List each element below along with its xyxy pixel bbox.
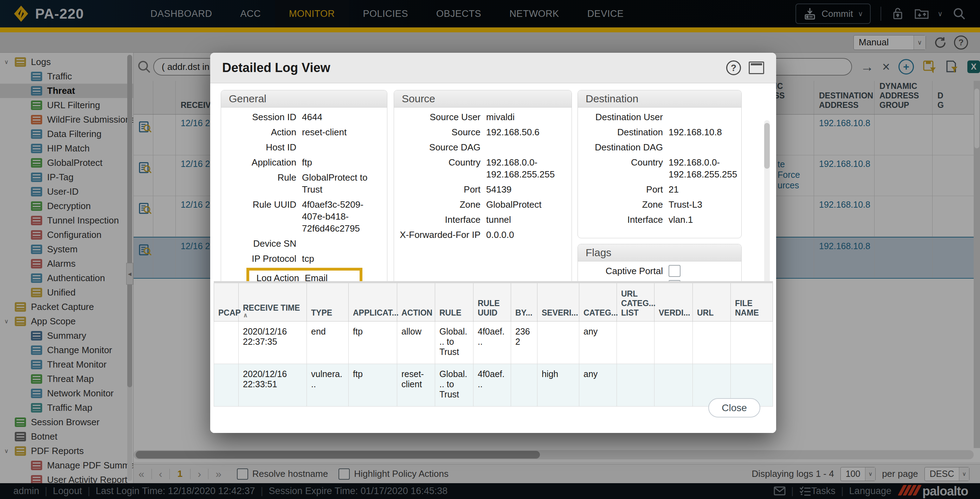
related-logs-section: PCAP RECEIVE TIME∧ TYPE APPLICAT... ACTI… bbox=[210, 281, 776, 433]
general-panel-title: General bbox=[221, 90, 387, 108]
col-url-category-list[interactable]: URL CATEG... LIST bbox=[617, 282, 654, 321]
field-value: 0.0.0.0 bbox=[486, 229, 566, 241]
source-field-row: Interface tunnel bbox=[400, 214, 566, 226]
flag-label: Captive Portal bbox=[584, 265, 663, 277]
field-label: Zone bbox=[400, 199, 480, 210]
field-label: Device SN bbox=[227, 238, 296, 249]
general-field-row: Session ID 4644 bbox=[227, 111, 381, 123]
modal-help-icon[interactable]: ? bbox=[726, 60, 741, 75]
source-field-row: X-Forwarded-For IP 0.0.0.0 bbox=[400, 229, 566, 241]
field-label: Application bbox=[227, 156, 296, 168]
general-field-row: Action reset-client bbox=[227, 126, 381, 138]
source-field-row: Port 54139 bbox=[400, 183, 566, 195]
field-label: X-Forwarded-For IP bbox=[400, 229, 480, 241]
field-value: tunnel bbox=[486, 214, 566, 226]
flag-checkbox[interactable] bbox=[668, 265, 681, 277]
field-value: 192.168.0.0-192.168.255.255 bbox=[486, 156, 566, 180]
field-label: Country bbox=[400, 156, 480, 180]
destination-field-row: Destination DAG bbox=[584, 141, 736, 153]
field-value bbox=[668, 141, 736, 153]
field-label: IP Protocol bbox=[227, 253, 296, 265]
field-label: Source bbox=[400, 126, 480, 138]
field-label: Host ID bbox=[227, 141, 296, 153]
modal-header: Detailed Log View ? bbox=[210, 53, 776, 83]
field-value: tcp bbox=[302, 253, 381, 265]
general-field-row: Rule GlobalProtect to Trust bbox=[227, 172, 381, 195]
field-value: 4f0aef3c-5209-407e-b418-72f6d46c2795 bbox=[302, 199, 381, 234]
field-label: Source DAG bbox=[400, 141, 480, 153]
general-field-row: Application ftp bbox=[227, 156, 381, 168]
pa-220-web-ui: PA-220 DASHBOARD ACC MONITOR POLICIES OB… bbox=[0, 0, 980, 499]
field-label: Country bbox=[584, 156, 663, 180]
field-value: mivaldi bbox=[486, 111, 566, 123]
field-value bbox=[302, 141, 381, 153]
col-application[interactable]: APPLICAT... bbox=[349, 282, 397, 321]
field-value: 54139 bbox=[486, 183, 566, 195]
close-button[interactable]: Close bbox=[708, 398, 760, 418]
flags-panel-title: Flags bbox=[578, 244, 741, 261]
destination-field-row: Port 21 bbox=[584, 183, 736, 195]
field-label: Log Action bbox=[253, 272, 299, 281]
destination-field-row: Destination 192.168.10.8 bbox=[584, 126, 736, 138]
sort-asc-icon: ∧ bbox=[243, 313, 302, 318]
destination-field-row: Zone Trust-L3 bbox=[584, 199, 736, 210]
field-label: Destination User bbox=[584, 111, 663, 123]
field-label: Session ID bbox=[227, 111, 296, 123]
field-value: ftp bbox=[302, 156, 381, 168]
related-logs-table: PCAP RECEIVE TIME∧ TYPE APPLICAT... ACTI… bbox=[214, 281, 773, 407]
field-value bbox=[302, 238, 381, 249]
source-field-row: Source 192.168.50.6 bbox=[400, 126, 566, 138]
general-panel: General Session ID 4644 Action bbox=[221, 90, 387, 281]
col-verdict[interactable]: VERDI... bbox=[654, 282, 693, 321]
related-logs-header-row: PCAP RECEIVE TIME∧ TYPE APPLICAT... ACTI… bbox=[214, 282, 773, 321]
source-field-row: Zone GlobalProtect bbox=[400, 199, 566, 210]
related-log-row[interactable]: 2020/12/16 22:37:35 endftp allowGlobal..… bbox=[214, 321, 773, 364]
col-bytes[interactable]: BY... bbox=[511, 282, 538, 321]
field-label: Destination bbox=[584, 126, 663, 138]
general-field-row: IP Protocol tcp bbox=[227, 253, 381, 265]
col-severity[interactable]: SEVERI... bbox=[538, 282, 579, 321]
source-field-row: Country 192.168.0.0-192.168.255.255 bbox=[400, 156, 566, 180]
modal-title: Detailed Log View bbox=[222, 60, 330, 75]
col-type[interactable]: TYPE bbox=[307, 282, 349, 321]
field-label: Port bbox=[584, 183, 663, 195]
destination-field-row: Interface vlan.1 bbox=[584, 214, 736, 226]
scrollbar-thumb[interactable] bbox=[764, 123, 770, 168]
source-field-row: Source DAG bbox=[400, 141, 566, 153]
destination-field-row: Destination User bbox=[584, 111, 736, 123]
field-value: GlobalProtect bbox=[486, 199, 566, 210]
col-rule[interactable]: RULE bbox=[435, 282, 474, 321]
col-rule-uuid[interactable]: RULE UUID bbox=[474, 282, 511, 321]
field-label: Zone bbox=[584, 199, 663, 210]
destination-field-row: Country 192.168.0.0-192.168.255.255 bbox=[584, 156, 736, 180]
col-url[interactable]: URL bbox=[693, 282, 731, 321]
field-label: Action bbox=[227, 126, 296, 138]
field-label: Destination DAG bbox=[584, 141, 663, 153]
modal-body: General Session ID 4644 Action bbox=[210, 83, 776, 281]
col-receive-time[interactable]: RECEIVE TIME∧ bbox=[239, 282, 307, 321]
modal-scrollbar[interactable] bbox=[764, 120, 770, 281]
field-value bbox=[486, 141, 566, 153]
field-value: reset-client bbox=[302, 126, 381, 138]
source-panel: Source Source User mivaldi Source 192.16… bbox=[394, 90, 572, 281]
field-value: 192.168.0.0-192.168.255.255 bbox=[668, 156, 737, 180]
flag-row: Captive Portal bbox=[584, 265, 736, 277]
col-category[interactable]: CATEG... bbox=[579, 282, 617, 321]
general-field-row: Log Action Email Forwarding bbox=[253, 272, 356, 281]
general-field-row: Host ID bbox=[227, 141, 381, 153]
col-action[interactable]: ACTION bbox=[397, 282, 435, 321]
detailed-log-view-modal: Detailed Log View ? General Session ID 4… bbox=[210, 53, 776, 433]
flags-panel: Flags Captive Portal Proxy Transaction bbox=[578, 244, 742, 281]
modal-maximize-icon[interactable] bbox=[749, 62, 764, 74]
field-label: Rule bbox=[227, 172, 296, 195]
field-value: 192.168.10.8 bbox=[668, 126, 736, 138]
field-value: Email Forwarding bbox=[305, 272, 356, 281]
field-label: Port bbox=[400, 183, 480, 195]
col-pcap[interactable]: PCAP bbox=[214, 282, 239, 321]
field-value: 4644 bbox=[302, 111, 381, 123]
field-value: GlobalProtect to Trust bbox=[302, 172, 381, 195]
col-file-name[interactable]: FILE NAME bbox=[731, 282, 773, 321]
general-field-row: Device SN bbox=[227, 238, 381, 249]
field-value bbox=[668, 111, 736, 123]
related-log-row[interactable]: 2020/12/16 22:33:51 vulnera...ftp reset-… bbox=[214, 364, 773, 407]
